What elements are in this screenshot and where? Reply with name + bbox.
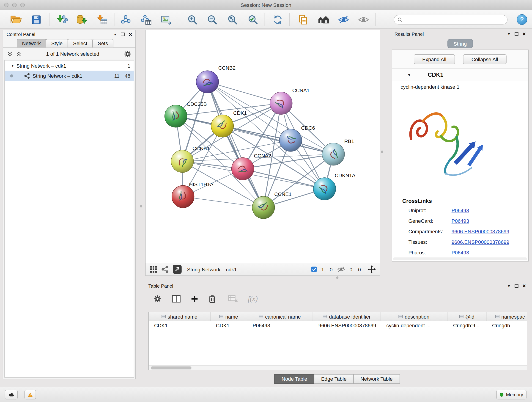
tab-select[interactable]: Select xyxy=(68,39,93,47)
zoom-fit-button[interactable] xyxy=(225,12,240,27)
cloud-status-button[interactable] xyxy=(5,390,18,399)
zoom-in-button[interactable] xyxy=(185,12,200,27)
memory-button[interactable]: Memory xyxy=(496,390,526,399)
cell-name[interactable]: CDK1 xyxy=(210,321,247,331)
show-columns-icon[interactable] xyxy=(172,295,181,303)
column-header[interactable]: name xyxy=(210,312,247,321)
tab-edge-table[interactable]: Edge Table xyxy=(314,374,354,384)
hide-details-button[interactable] xyxy=(336,12,351,27)
network-edge[interactable] xyxy=(207,82,281,103)
cell-description[interactable]: cyclin-dependent ... xyxy=(381,321,447,331)
search-input[interactable] xyxy=(405,17,504,22)
network-node-ccnb1[interactable] xyxy=(171,150,194,172)
close-panel-icon[interactable]: × xyxy=(522,31,526,37)
import-network-file-button[interactable] xyxy=(54,12,70,27)
new-network-button[interactable] xyxy=(118,12,133,27)
table-gear-icon[interactable] xyxy=(153,295,162,303)
expand-all-button[interactable]: Expand All xyxy=(414,54,455,64)
export-image-button[interactable] xyxy=(158,12,174,27)
crosslink-compartments-link[interactable]: 9606.ENSP00000378699 xyxy=(452,229,509,234)
network-node-cdc6[interactable] xyxy=(279,129,302,152)
gear-icon[interactable] xyxy=(124,50,132,58)
expand-all-icon[interactable] xyxy=(16,51,22,56)
panel-menu-icon[interactable]: ▾ xyxy=(114,32,116,37)
float-panel-icon[interactable] xyxy=(515,284,518,288)
cell-canonical-name[interactable]: P06493 xyxy=(247,321,313,331)
cell-shared-name[interactable]: CDK1 xyxy=(149,321,210,331)
minimize-window-button[interactable] xyxy=(12,3,17,7)
horizontal-scrollbar[interactable] xyxy=(393,257,527,260)
network-node-ccne1[interactable] xyxy=(252,196,275,219)
tab-style[interactable]: Style xyxy=(46,39,68,47)
home-button[interactable] xyxy=(316,12,331,27)
crosslink-uniprot-link[interactable]: P06493 xyxy=(452,207,469,213)
network-canvas[interactable]: CCNB2CCNA1CDC25BCDK1CDC6RB1CCNB1CCNA2CDK… xyxy=(146,30,380,263)
import-network-database-button[interactable] xyxy=(74,12,89,27)
crosslink-genecard-link[interactable]: P06493 xyxy=(452,218,469,224)
network-view[interactable]: CCNB2CCNA1CDC25BCDK1CDC6RB1CCNB1CCNA2CDK… xyxy=(145,30,380,263)
network-row[interactable]: String Network – cdk1 11 48 xyxy=(5,70,134,81)
crosslink-tissues-link[interactable]: 9606.ENSP00000378699 xyxy=(452,239,509,245)
refresh-layout-button[interactable] xyxy=(270,12,285,27)
column-header[interactable]: description xyxy=(381,312,447,321)
cell-namespace[interactable]: stringdb xyxy=(486,321,527,331)
tab-string[interactable]: String xyxy=(447,39,473,48)
close-panel-icon[interactable]: × xyxy=(522,283,526,289)
column-header[interactable]: shared name xyxy=(149,312,210,321)
open-session-button[interactable] xyxy=(8,12,24,27)
import-table-button[interactable] xyxy=(94,12,109,27)
right-splitter-handle[interactable] xyxy=(381,150,383,153)
network-edge[interactable] xyxy=(183,197,264,207)
network-node-cdkn1a[interactable] xyxy=(313,178,336,200)
delete-column-icon[interactable] xyxy=(209,294,216,303)
network-node-cdc25b[interactable] xyxy=(165,105,187,128)
network-node-hist1h1a[interactable] xyxy=(172,185,194,208)
float-panel-icon[interactable] xyxy=(515,32,518,36)
network-edge[interactable] xyxy=(207,82,263,207)
cell-id[interactable]: stringdb:9... xyxy=(447,321,486,331)
tab-node-table[interactable]: Node Table xyxy=(274,374,314,384)
birdseye-view-button[interactable] xyxy=(173,265,182,274)
collapse-all-button[interactable]: Collapse All xyxy=(463,54,507,64)
network-collection-row[interactable]: ▾ String Network – cdk1 1 xyxy=(5,61,134,70)
cell-database-identifier[interactable]: 9606.ENSP00000378699 xyxy=(313,321,381,331)
collapse-caret-icon[interactable]: ▼ xyxy=(407,72,412,77)
hidden-eye-icon[interactable] xyxy=(336,266,346,273)
pan-crosshair-icon[interactable] xyxy=(368,265,376,274)
zoom-window-button[interactable] xyxy=(20,3,25,7)
panel-menu-icon[interactable]: ▾ xyxy=(508,283,510,288)
tab-network[interactable]: Network xyxy=(17,39,46,47)
show-details-button[interactable] xyxy=(356,12,371,27)
warnings-button[interactable] xyxy=(25,390,36,399)
horizontal-scrollbar[interactable] xyxy=(149,365,527,370)
collapse-caret-icon[interactable]: ▾ xyxy=(12,63,13,68)
network-node-ccna2[interactable] xyxy=(232,158,254,180)
network-edge[interactable] xyxy=(222,126,334,154)
close-panel-icon[interactable]: × xyxy=(129,32,132,37)
scrollbar-thumb[interactable] xyxy=(151,366,191,370)
table-row[interactable]: CDK1 CDK1 P06493 9606.ENSP00000378699 cy… xyxy=(149,321,527,331)
zoom-out-button[interactable] xyxy=(204,12,220,27)
tab-network-table[interactable]: Network Table xyxy=(353,374,400,384)
column-header[interactable]: canonical name xyxy=(247,312,313,321)
column-header[interactable]: @id xyxy=(447,312,486,321)
title-bar[interactable]: Session: New Session xyxy=(0,0,532,10)
float-panel-icon[interactable] xyxy=(121,32,125,36)
share-view-icon[interactable] xyxy=(161,266,169,273)
left-splitter-handle[interactable] xyxy=(140,205,142,207)
copy-document-button[interactable] xyxy=(295,12,311,27)
zoom-selected-button[interactable] xyxy=(245,12,261,27)
network-node-cdk1[interactable] xyxy=(211,115,234,137)
collapse-all-icon[interactable] xyxy=(7,51,13,56)
crosslink-pharos-link[interactable]: P06493 xyxy=(452,249,469,255)
protein-entry-header[interactable]: ▼ CDK1 xyxy=(392,69,528,81)
save-session-button[interactable] xyxy=(28,12,44,27)
selected-checkbox-icon[interactable] xyxy=(311,266,317,273)
clone-network-button[interactable] xyxy=(138,12,154,27)
network-node-ccnb2[interactable] xyxy=(196,70,219,93)
help-button[interactable]: ? xyxy=(517,14,527,25)
grid-view-icon[interactable] xyxy=(150,266,157,273)
network-node-rb1[interactable] xyxy=(322,143,345,166)
tab-sets[interactable]: Sets xyxy=(92,39,114,47)
search-box[interactable] xyxy=(394,15,507,24)
